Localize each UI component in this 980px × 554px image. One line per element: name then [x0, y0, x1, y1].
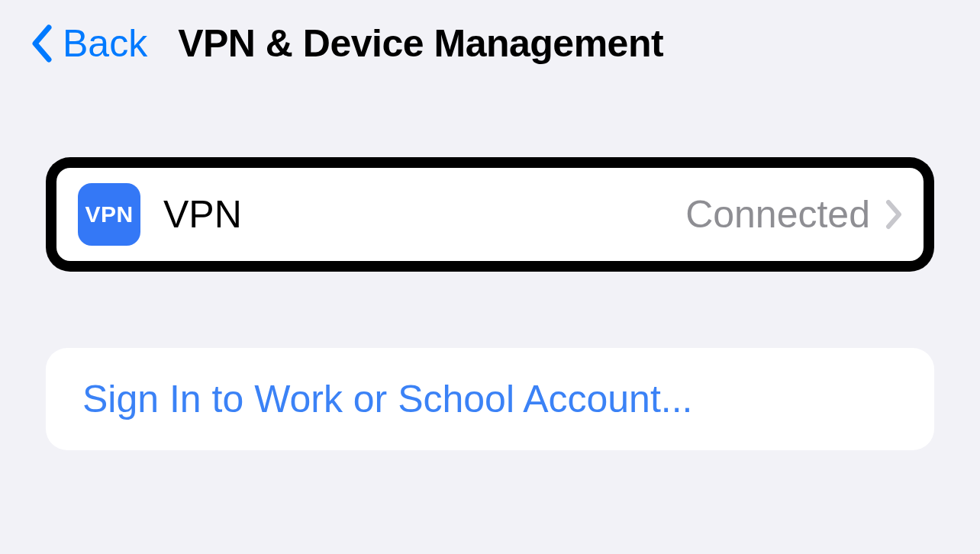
chevron-right-icon — [885, 199, 902, 230]
sign-in-row[interactable]: Sign In to Work or School Account... — [46, 348, 934, 450]
back-label: Back — [63, 21, 147, 66]
header-bar: Back VPN & Device Management — [0, 0, 980, 81]
sign-in-label: Sign In to Work or School Account... — [82, 378, 693, 420]
vpn-status: Connected — [685, 192, 870, 237]
vpn-row[interactable]: VPN VPN Connected — [56, 168, 924, 261]
content-area: VPN VPN Connected Sign In to Work or Sch… — [0, 81, 980, 450]
vpn-label: VPN — [163, 192, 685, 237]
vpn-row-highlight: VPN VPN Connected — [46, 157, 934, 272]
chevron-left-icon — [31, 24, 53, 63]
vpn-icon-text: VPN — [85, 201, 133, 227]
page-title: VPN & Device Management — [178, 21, 663, 66]
vpn-icon: VPN — [78, 183, 140, 246]
back-button[interactable]: Back — [31, 21, 147, 66]
